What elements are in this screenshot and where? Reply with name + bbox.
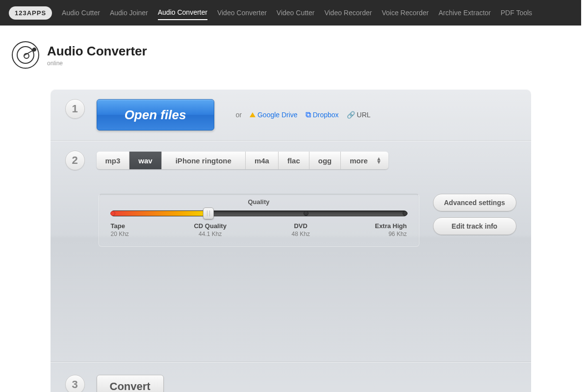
link-icon: 🔗 bbox=[347, 111, 355, 119]
quality-slider-thumb[interactable] bbox=[203, 208, 214, 219]
format-more-label: more bbox=[350, 157, 368, 165]
step-2: 2 mp3 wav iPhone ringtone m4a flac ogg m… bbox=[51, 140, 531, 362]
edit-track-info-button[interactable]: Edit track info bbox=[433, 217, 516, 235]
format-m4a[interactable]: m4a bbox=[246, 152, 279, 169]
quality-mark-3-detail: 96 Khz bbox=[375, 231, 407, 237]
google-drive-label: Google Drive bbox=[257, 111, 298, 119]
dropbox-icon: ⧉ bbox=[306, 110, 311, 119]
up-down-icon: ▲▼ bbox=[376, 157, 382, 164]
nav-voice-recorder[interactable]: Voice Recorder bbox=[382, 6, 429, 20]
quality-panel: Quality Tape 20 Khz bbox=[99, 194, 419, 247]
nav-video-cutter[interactable]: Video Cutter bbox=[277, 6, 315, 20]
source-links: or Google Drive ⧉ Dropbox 🔗 URL bbox=[236, 99, 371, 131]
quality-mark-2-name: DVD bbox=[294, 222, 307, 230]
page-subtitle: online bbox=[47, 60, 147, 67]
quality-tick-3 bbox=[403, 211, 408, 216]
quality-labels: Tape 20 Khz CD Quality 44.1 Khz DVD 48 K… bbox=[111, 222, 407, 237]
quality-mark-3-name: Extra High bbox=[375, 222, 407, 230]
url-label: URL bbox=[357, 111, 371, 119]
dropbox-label: Dropbox bbox=[313, 111, 339, 119]
google-drive-link[interactable]: Google Drive bbox=[250, 111, 298, 119]
nav-audio-converter[interactable]: Audio Converter bbox=[158, 5, 207, 20]
quality-mark-1-name: CD Quality bbox=[194, 222, 226, 230]
or-text: or bbox=[236, 111, 242, 119]
google-drive-icon bbox=[250, 112, 256, 117]
nav-video-recorder[interactable]: Video Recorder bbox=[324, 6, 372, 20]
advanced-settings-button[interactable]: Advanced settings bbox=[433, 194, 516, 211]
format-segmented-control: mp3 wav iPhone ringtone m4a flac ogg mor… bbox=[97, 152, 388, 169]
quality-tick-2 bbox=[304, 211, 308, 216]
step-3-badge: 3 bbox=[65, 375, 85, 392]
format-flac[interactable]: flac bbox=[279, 152, 309, 169]
page-header: Audio Converter online bbox=[0, 26, 581, 80]
top-nav: 123APPS Audio Cutter Audio Joiner Audio … bbox=[0, 0, 581, 26]
quality-label: Quality bbox=[111, 198, 407, 206]
open-files-button[interactable]: Open files bbox=[97, 99, 214, 131]
nav-audio-joiner[interactable]: Audio Joiner bbox=[110, 6, 148, 20]
nav-archive-extractor[interactable]: Archive Extractor bbox=[438, 6, 491, 20]
dropbox-link[interactable]: ⧉ Dropbox bbox=[306, 110, 339, 119]
url-link[interactable]: 🔗 URL bbox=[347, 111, 371, 119]
format-wav[interactable]: wav bbox=[129, 152, 161, 169]
format-iphone-ringtone[interactable]: iPhone ringtone bbox=[162, 152, 246, 169]
quality-mark-0-name: Tape bbox=[111, 222, 125, 230]
format-mp3[interactable]: mp3 bbox=[97, 152, 130, 169]
format-more[interactable]: more ▲▼ bbox=[341, 152, 388, 169]
quality-tick-0 bbox=[110, 211, 115, 216]
nav-video-converter[interactable]: Video Converter bbox=[217, 6, 267, 20]
quality-mark-0-detail: 20 Khz bbox=[111, 231, 129, 237]
quality-mark-1-detail: 44.1 Khz bbox=[194, 231, 226, 237]
disc-icon bbox=[12, 41, 39, 69]
step-3: 3 Convert bbox=[51, 362, 531, 392]
step-1: 1 Open files or Google Drive ⧉ Dropbox 🔗… bbox=[51, 89, 531, 140]
nav-pdf-tools[interactable]: PDF Tools bbox=[501, 6, 532, 20]
quality-mark-2-detail: 48 Khz bbox=[292, 231, 310, 237]
brand-logo[interactable]: 123APPS bbox=[9, 6, 52, 20]
format-ogg[interactable]: ogg bbox=[309, 152, 341, 169]
page-title: Audio Converter bbox=[47, 44, 147, 59]
quality-slider[interactable] bbox=[111, 210, 407, 216]
step-2-badge: 2 bbox=[65, 151, 85, 170]
step-1-badge: 1 bbox=[65, 99, 85, 119]
main-card: 1 Open files or Google Drive ⧉ Dropbox 🔗… bbox=[51, 89, 531, 392]
nav-audio-cutter[interactable]: Audio Cutter bbox=[62, 6, 100, 20]
convert-button[interactable]: Convert bbox=[97, 375, 164, 392]
quality-slider-fill bbox=[111, 211, 209, 216]
